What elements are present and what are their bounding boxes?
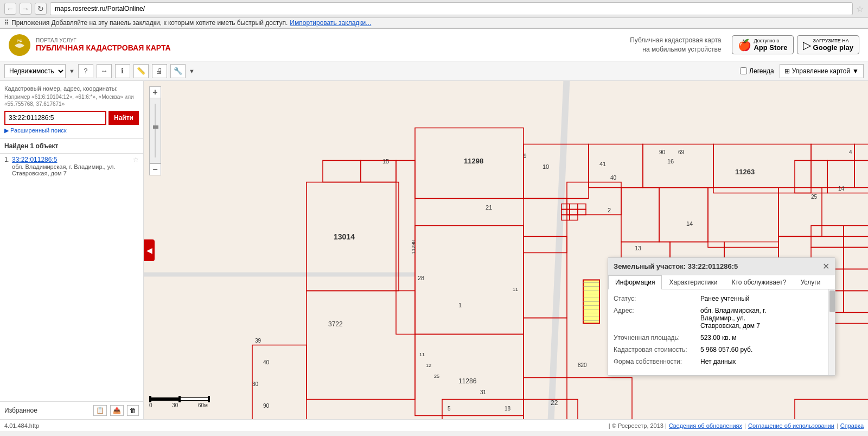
svg-text:15: 15 <box>382 158 389 165</box>
footer-sep-1: | <box>744 422 746 429</box>
advanced-search-link[interactable]: ▶ Расширенный поиск <box>4 127 139 134</box>
svg-text:41: 41 <box>599 161 606 167</box>
result-cadastral-link[interactable]: 33:22:011286:5 <box>12 156 131 163</box>
sidebar: Кадастровый номер, адрес, координаты: На… <box>0 81 144 419</box>
info-row-cost: Кадастровая стоимость: 5 968 057.60 руб. <box>614 346 829 353</box>
svg-text:18: 18 <box>505 406 511 412</box>
map-control-btn[interactable]: ⊞ Управление картой ▼ <box>780 64 864 78</box>
browser-toolbar: ← → ↻ ☆ <box>0 0 868 18</box>
tool-btn-info[interactable]: ℹ <box>115 64 130 78</box>
tab-services[interactable]: Услуги <box>793 275 827 289</box>
svg-text:РФ: РФ <box>17 39 23 43</box>
favorites-export-btn[interactable]: 📤 <box>110 405 124 416</box>
updates-link[interactable]: Сведения об обновлениях <box>669 422 742 429</box>
appstore-badge[interactable]: 🍎 Доступно в App Store <box>732 35 793 54</box>
bookmark-bar-text: Приложения Добавляйте на эту панель закл… <box>11 19 288 27</box>
refresh-button[interactable]: ↻ <box>35 3 47 15</box>
property-type-select[interactable]: Недвижимость <box>4 64 66 78</box>
svg-text:39: 39 <box>255 338 261 344</box>
result-number: 1. <box>4 156 10 163</box>
svg-text:1: 1 <box>458 302 462 308</box>
googleplay-badge[interactable]: ▷ ЗАГРУЗИТЕ НА Google play <box>797 35 859 54</box>
zoom-handle[interactable] <box>153 125 158 129</box>
appstore-sub: Доступно в <box>754 38 787 43</box>
tab-information[interactable]: Информация <box>608 275 662 289</box>
popup-tabs: Информация Характеристики Кто обслуживае… <box>608 275 835 289</box>
agreement-link[interactable]: Соглашение об использовании <box>748 422 834 429</box>
popup-close-button[interactable]: ✕ <box>822 261 829 271</box>
result-item[interactable]: 1. 33:22:011286:5 обл. Владимирская, г. … <box>0 154 143 179</box>
svg-text:10: 10 <box>542 163 549 170</box>
map-toolbar: Недвижимость ▼ ? ↔ ℹ 📏 🖨 🔧 ▼ Легенда ⊞ У… <box>0 61 868 81</box>
bookmark-star-icon[interactable]: ☆ <box>856 4 864 14</box>
header-right: Публичная кадастровая карта на мобильном… <box>630 35 859 54</box>
svg-text:14: 14 <box>686 220 693 227</box>
svg-text:31: 31 <box>480 389 487 395</box>
svg-text:11298: 11298 <box>411 240 416 254</box>
svg-text:13014: 13014 <box>334 232 355 241</box>
tool-btn-print[interactable]: 🖨 <box>152 64 167 78</box>
info-row-area: Уточненная площадь: 523.00 кв. м <box>614 334 829 342</box>
address-bar[interactable] <box>50 2 853 15</box>
search-button[interactable]: Найти <box>108 111 139 125</box>
cost-label: Кадастровая стоимость: <box>614 346 700 353</box>
logo-text: ПОРТАЛ УСЛУГ ПУБЛИЧНАЯ КАДАСТРОВАЯ КАРТА <box>36 37 171 52</box>
favorites-delete-btn[interactable]: 🗑 <box>127 405 139 416</box>
result-favorite-star[interactable]: ☆ <box>133 156 139 163</box>
svg-text:11263: 11263 <box>735 168 755 176</box>
bookmark-bar: ⠿ Приложения Добавляйте на эту панель за… <box>0 18 868 28</box>
results-count: Найден 1 объект <box>4 142 139 150</box>
map-area[interactable]: 13014 11298 28 1 3722 11286 22 13 14 112… <box>144 81 868 419</box>
tool-btn-measure[interactable]: ↔ <box>97 64 112 78</box>
svg-text:30: 30 <box>252 381 259 387</box>
help-link[interactable]: Справка <box>840 422 864 429</box>
zoom-in-button[interactable]: + <box>149 86 161 98</box>
svg-text:21: 21 <box>486 204 492 211</box>
back-button[interactable]: ← <box>4 3 16 15</box>
legend-checkbox[interactable] <box>740 67 747 74</box>
mobile-availability-text: Публичная кадастровая карта на мобильном… <box>630 36 721 54</box>
svg-text:22: 22 <box>551 399 558 407</box>
browser-chrome: ← → ↻ ☆ ⠿ Приложения Добавляйте на эту п… <box>0 0 868 29</box>
main-content: Кадастровый номер, адрес, координаты: На… <box>0 81 868 419</box>
tool-btn-settings[interactable]: 🔧 <box>170 64 186 78</box>
import-bookmarks-link[interactable]: Импортировать закладки... <box>290 19 371 27</box>
search-input[interactable] <box>4 111 106 125</box>
logo-emblem: РФ <box>9 34 30 56</box>
forward-button[interactable]: → <box>20 3 31 15</box>
zoom-out-button[interactable]: − <box>149 163 161 175</box>
tool-btn-ruler[interactable]: 📏 <box>133 64 149 78</box>
site-header: РФ ПОРТАЛ УСЛУГ ПУБЛИЧНАЯ КАДАСТРОВАЯ КА… <box>0 29 868 61</box>
tab-service[interactable]: Кто обслуживает? <box>724 275 793 289</box>
svg-text:11: 11 <box>513 287 518 292</box>
portal-label: ПОРТАЛ УСЛУГ <box>36 37 171 43</box>
svg-text:90: 90 <box>263 403 270 409</box>
grid-icon: ⊞ <box>784 67 790 75</box>
area-label: Уточненная площадь: <box>614 334 700 342</box>
googleplay-icon: ▷ <box>803 39 811 52</box>
favorites-add-btn[interactable]: 📋 <box>93 405 107 416</box>
tab-characteristics[interactable]: Характеристики <box>662 275 724 289</box>
svg-text:11: 11 <box>419 352 425 357</box>
zoom-slider[interactable] <box>149 98 161 163</box>
apple-icon: 🍎 <box>738 39 751 52</box>
map-control-label: Управление картой <box>792 67 850 75</box>
popup-scrollbar[interactable] <box>828 289 835 375</box>
svg-text:40: 40 <box>263 359 270 365</box>
area-value: 523.00 кв. м <box>700 334 829 342</box>
search-hint: Например «61:6:10104:12», «61:6:*», «Мос… <box>4 93 139 108</box>
info-popup: Земельный участок: 33:22:011286:5 ✕ Инфо… <box>608 257 835 376</box>
googleplay-sub: ЗАГРУЗИТЕ НА <box>813 38 853 43</box>
legend-toggle-label[interactable]: Легенда <box>740 67 774 75</box>
ownership-value: Нет данных <box>700 358 829 365</box>
svg-text:69: 69 <box>678 149 685 155</box>
footer: 4.01.484.http | © Росреестр, 2013 | Свед… <box>0 419 868 431</box>
status-label: Статус: <box>614 295 700 302</box>
sidebar-toggle-arrow[interactable]: ◀ <box>144 239 155 261</box>
tool-btn-help[interactable]: ? <box>78 64 93 78</box>
cost-value: 5 968 057.60 руб. <box>700 346 829 353</box>
svg-text:14: 14 <box>838 186 845 192</box>
scale-label-0: 0 <box>149 402 152 408</box>
svg-text:25: 25 <box>434 374 439 379</box>
popup-content: Статус: Ранее учтенный Адрес: обл. Влади… <box>608 289 835 375</box>
